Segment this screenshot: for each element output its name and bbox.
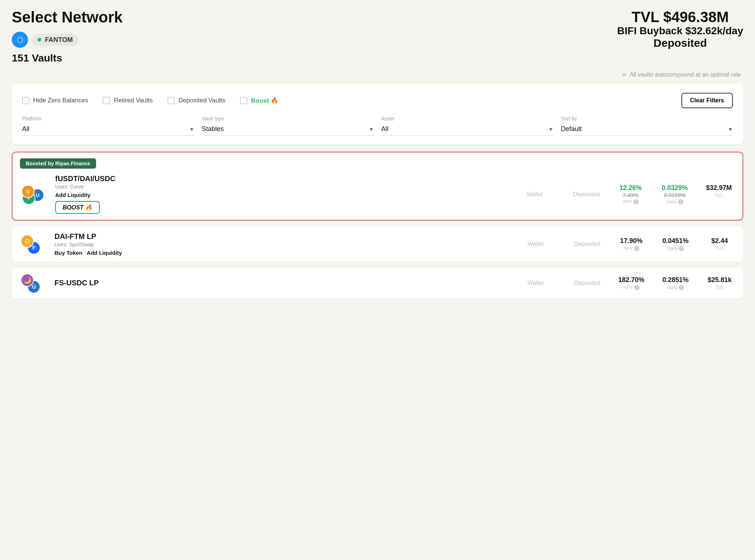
tvl-amount: $32.97M (704, 184, 734, 192)
vault-card-fs-usdc: 🌙 U FS-USDC LP Wallet Deposited 182.70% … (12, 268, 743, 299)
checkbox-box[interactable] (103, 97, 110, 104)
sort-by-dropdown-group: Sort by Default ▼ (561, 116, 733, 135)
boost-banner: Boosted by Ripae.Finance (20, 158, 96, 169)
vault-token-icons: ⊙ T U (21, 185, 48, 204)
checkbox-box[interactable] (22, 97, 29, 104)
asset-select[interactable]: All ▼ (381, 123, 554, 135)
daily-info-icon[interactable]: i (678, 199, 683, 204)
buy-token-link[interactable]: Buy Token (54, 250, 82, 256)
hide-zero-label: Hide Zero Balances (33, 97, 88, 104)
daily-info-icon[interactable]: i (679, 285, 684, 290)
checkbox-box[interactable] (167, 97, 175, 104)
autocompound-note: ∞ All vaults autocompound at an optimal … (12, 71, 743, 78)
vault-name: DAI-FTM LP (54, 232, 506, 241)
token-icon-fusdt: ⊙ (21, 185, 35, 198)
add-liquidity-link[interactable]: Add Liquidity (87, 250, 122, 256)
vault-token-icons: ⬡ F (21, 235, 47, 254)
checkbox-box[interactable] (240, 97, 247, 104)
boost-label: Boost 🔥 (251, 97, 278, 105)
vault-stats: 12.26% 7.49% APY i 0.0329% 0.0198% Daily… (616, 184, 734, 204)
sort-by-label: Sort by (561, 116, 733, 121)
vault-list: Boosted by Ripae.Finance ⊙ T U fUSDT/DAI… (12, 152, 743, 299)
deposited-label: Deposited (617, 37, 743, 49)
vault-stats: 17.90% APY i 0.0451% Daily i $2.44 (617, 237, 734, 251)
boost-checkbox[interactable]: Boost 🔥 (240, 97, 278, 105)
vault-wallet: Wallet (514, 241, 558, 247)
apy-main: 182.70% (617, 276, 646, 284)
network-icon: ⬡ (12, 32, 28, 48)
retired-vaults-checkbox[interactable]: Retired Vaults (103, 97, 153, 104)
vault-type-arrow-icon: ▼ (369, 126, 374, 132)
bifi-buyback: BIFI Buyback $32.62k/day (617, 25, 743, 37)
daily-stat: 0.0329% 0.0198% Daily i (660, 184, 689, 204)
tvl-stat: $2.44 TVL (705, 237, 734, 251)
apy-info-icon[interactable]: i (634, 199, 639, 204)
platform-select[interactable]: All ▼ (22, 123, 194, 135)
asset-arrow-icon: ▼ (548, 126, 553, 132)
apy-label: APY i (616, 199, 645, 204)
vault-deposited: Deposited (565, 280, 609, 286)
apy-info-icon[interactable]: i (634, 246, 639, 251)
apy-label: APY i (617, 285, 646, 290)
network-status-dot (38, 38, 41, 42)
tvl-label: TVL (704, 193, 734, 198)
deposited-vaults-label: Deposited Vaults (179, 97, 225, 104)
vault-name: FS-USDC LP (54, 279, 506, 287)
vault-actions: Add Liquidity (55, 192, 505, 198)
tvl-stat: $25.81k TVL (705, 276, 734, 290)
hide-zero-balances-checkbox[interactable]: Hide Zero Balances (22, 97, 88, 104)
asset-dropdown-group: Asset All ▼ (381, 116, 554, 135)
vault-wallet: Wallet (514, 280, 558, 286)
apy-main: 17.90% (617, 237, 646, 245)
network-selector[interactable]: FANTOM (32, 34, 79, 46)
tvl-amount: $25.81k (705, 276, 734, 284)
vault-stats: 182.70% APY i 0.2851% Daily i $25.81k (617, 276, 734, 290)
deposited-vaults-checkbox[interactable]: Deposited Vaults (167, 97, 225, 104)
infinity-icon: ∞ (622, 71, 626, 78)
add-liquidity-link[interactable]: Add Liquidity (55, 192, 91, 198)
vault-uses: Uses: SpiritSwap (54, 242, 506, 247)
daily-label: Daily i (660, 199, 689, 204)
vault-deposited: Deposited (564, 191, 608, 198)
tvl-amount: $2.44 (705, 237, 734, 245)
vault-info: fUSDT/DAI/USDC Uses: Curve Add Liquidity… (55, 175, 505, 214)
vault-wallet: Wallet (513, 191, 557, 198)
platform-arrow-icon: ▼ (189, 126, 194, 132)
tvl-label: TVL (705, 285, 734, 290)
apy-sub: 7.49% (616, 192, 645, 198)
vault-count: 151 Vaults (12, 52, 123, 64)
vault-type-label: Vault type (202, 116, 374, 121)
vault-token-icons: 🌙 U (21, 274, 47, 293)
daily-stat: 0.2851% Daily i (661, 276, 690, 290)
daily-main: 0.0329% (660, 184, 689, 192)
daily-stat: 0.0451% Daily i (661, 237, 690, 251)
apy-stat: 12.26% 7.49% APY i (616, 184, 645, 204)
clear-filters-button[interactable]: Clear Filters (681, 93, 733, 108)
vault-deposited: Deposited (565, 241, 609, 247)
daily-sub: 0.0198% (660, 192, 689, 198)
sort-by-arrow-icon: ▼ (728, 126, 733, 132)
tvl-value: TVL $496.38M (617, 9, 743, 25)
page-title: Select Network (12, 9, 123, 26)
vault-info: DAI-FTM LP Uses: SpiritSwap Buy Token Ad… (54, 232, 506, 256)
vault-type-dropdown-group: Vault type Stables ▼ (202, 116, 374, 135)
apy-stat: 17.90% APY i (617, 237, 646, 251)
daily-main: 0.0451% (661, 237, 690, 245)
platform-value: All (22, 125, 29, 133)
vault-uses: Uses: Curve (55, 184, 505, 190)
sort-by-value: Default (561, 125, 582, 133)
vault-type-value: Stables (202, 125, 224, 133)
daily-info-icon[interactable]: i (679, 246, 684, 251)
vault-actions: Buy Token Add Liquidity (54, 250, 506, 256)
token-icon-fs: 🌙 (21, 274, 34, 287)
vault-card-dai-ftm: ⬡ F DAI-FTM LP Uses: SpiritSwap Buy Toke… (12, 226, 743, 262)
daily-label: Daily i (661, 246, 690, 251)
apy-info-icon[interactable]: i (634, 285, 639, 290)
sort-by-select[interactable]: Default ▼ (561, 123, 733, 135)
vault-type-select[interactable]: Stables ▼ (202, 123, 374, 135)
apy-main: 12.26% (616, 184, 645, 192)
tvl-label: TVL (705, 246, 734, 251)
apy-stat: 182.70% APY i (617, 276, 646, 290)
boost-vault-button[interactable]: BOOST 🔥 (55, 201, 100, 214)
boost-button-label: BOOST 🔥 (63, 204, 92, 211)
